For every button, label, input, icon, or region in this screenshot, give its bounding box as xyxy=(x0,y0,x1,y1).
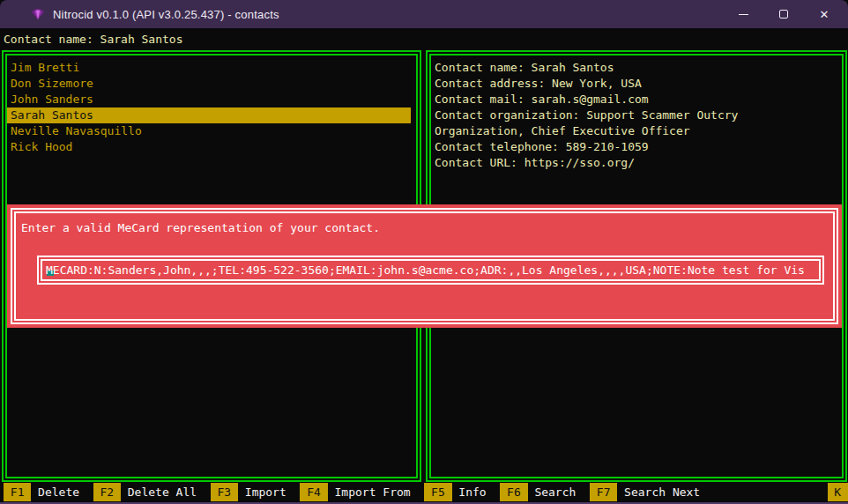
contact-list-item[interactable]: Sarah Santos xyxy=(7,107,411,123)
app-window: Nitrocid v0.1.0 (API v3.0.25.437) - cont… xyxy=(0,0,848,504)
contact-detail-line: Contact telephone: 589-210-1059 xyxy=(431,139,842,155)
function-key-label: Import From xyxy=(328,483,411,501)
function-key-badge: F2 xyxy=(93,483,121,501)
minimize-icon xyxy=(739,14,748,15)
contact-list-item[interactable]: Jim Bretti xyxy=(7,60,411,76)
contact-detail-line: Contact name: Sarah Santos xyxy=(431,60,842,76)
titlebar: Nitrocid v0.1.0 (API v3.0.25.437) - cont… xyxy=(0,0,848,28)
contact-details: Contact name: Sarah SantosContact addres… xyxy=(431,56,842,171)
function-key-badge: F7 xyxy=(590,483,617,501)
function-key-f1[interactable]: F1Delete xyxy=(4,483,79,501)
close-button[interactable]: ✕ xyxy=(804,0,844,28)
maximize-icon xyxy=(779,10,788,19)
contact-list-item[interactable]: John Sanders xyxy=(7,92,411,107)
nitrocid-logo-icon xyxy=(30,7,46,21)
function-key-f2[interactable]: F2Delete All xyxy=(93,483,197,501)
function-key-label: Import xyxy=(238,483,286,501)
close-icon: ✕ xyxy=(820,8,829,21)
function-key-badge: F3 xyxy=(211,483,238,501)
function-key-label: Search xyxy=(528,483,576,501)
window-title: Nitrocid v0.1.0 (API v3.0.25.437) - cont… xyxy=(53,8,279,21)
function-key-label: Info xyxy=(452,483,487,501)
function-key-f7[interactable]: F7Search Next xyxy=(590,483,700,501)
keybindings-key[interactable]: K xyxy=(828,483,848,501)
contact-detail-line: Contact mail: sarah.s@gmail.com xyxy=(431,92,842,107)
contact-list-item[interactable]: Rick Hood xyxy=(7,139,411,155)
function-key-list: F1DeleteF2Delete AllF3ImportF4Import Fro… xyxy=(4,483,714,501)
contact-list-item[interactable]: Neville Navasquillo xyxy=(7,123,411,139)
contact-list: Jim BrettiDon SizemoreJohn SandersSarah … xyxy=(7,56,416,155)
contact-detail-line: Organization, Chief Executive Officer xyxy=(431,123,842,139)
function-key-label: Delete xyxy=(31,483,79,501)
contact-header: Contact name: Sarah Santos xyxy=(0,28,848,50)
contact-detail-line: Contact organization: Support Scammer Ou… xyxy=(431,107,842,123)
function-key-f5[interactable]: F5Info xyxy=(424,483,486,501)
contact-list-item[interactable]: Don Sizemore xyxy=(7,76,411,92)
function-key-f4[interactable]: F4Import From xyxy=(300,483,410,501)
contact-detail-line: Contact URL: https://sso.org/ xyxy=(431,155,842,171)
function-key-label: Search Next xyxy=(617,483,700,501)
function-key-badge: F6 xyxy=(500,483,527,501)
function-key-badge: F4 xyxy=(300,483,327,501)
mecard-dialog-border: Enter a valid MeCard representation of y… xyxy=(11,208,838,324)
function-key-badge: F5 xyxy=(424,483,451,501)
status-bar: F1DeleteF2Delete AllF3ImportF4Import Fro… xyxy=(0,482,848,504)
mecard-input[interactable]: MECARD:N:Sanders,John,,,;TEL:495-522-356… xyxy=(37,256,824,285)
function-key-badge: F1 xyxy=(4,483,31,501)
function-key-label: Delete All xyxy=(121,483,197,501)
function-key-f3[interactable]: F3Import xyxy=(211,483,286,501)
mecard-dialog-prompt: Enter a valid MeCard representation of y… xyxy=(21,220,833,236)
contact-header-text: Contact name: Sarah Santos xyxy=(4,33,183,46)
minimize-button[interactable] xyxy=(723,0,763,28)
mecard-dialog: Enter a valid MeCard representation of y… xyxy=(7,204,842,328)
function-key-f6[interactable]: F6Search xyxy=(500,483,576,501)
maximize-button[interactable] xyxy=(763,0,804,28)
contact-detail-line: Contact address: New York, USA xyxy=(431,76,842,92)
mecard-input-value: MECARD:N:Sanders,John,,,;TEL:495-522-356… xyxy=(46,263,805,277)
window-controls: ✕ xyxy=(723,0,848,28)
